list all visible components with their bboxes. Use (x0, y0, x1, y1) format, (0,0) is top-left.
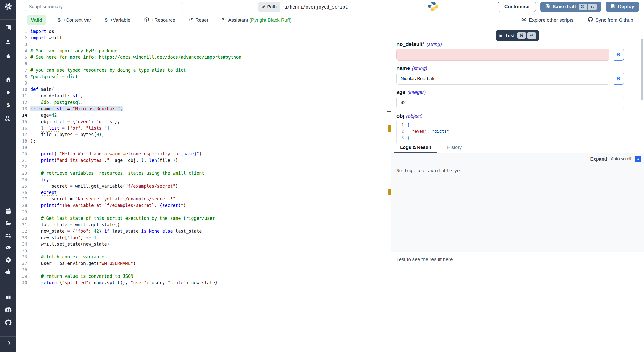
line-number: 18 (16, 138, 30, 144)
arrow-right-icon[interactable] (3, 339, 13, 347)
star-icon[interactable] (3, 53, 13, 60)
code-line[interactable] (30, 209, 387, 215)
code-line[interactable]: print("and its acolytes..", age, obj, l,… (30, 157, 387, 164)
code-line[interactable]: # Get last state of this script executio… (30, 215, 387, 222)
discord-icon[interactable] (3, 306, 13, 314)
code-line[interactable]: print(f"Hello World and a warm welcome e… (30, 151, 387, 157)
insert-variable-button[interactable]: $ (613, 73, 624, 85)
splitter-drag-handle[interactable] (387, 111, 391, 112)
kbd-badge: ⌘ (579, 4, 587, 10)
json-line[interactable]: } (407, 135, 449, 141)
code-line[interactable] (30, 164, 387, 170)
top-bar: ✎ Path u/henri/overjoyed_script Customis… (16, 0, 644, 13)
panel-splitter[interactable] (387, 27, 391, 352)
code-lines[interactable]: import osimport wmill# You can import an… (30, 28, 387, 286)
code-line[interactable]: print(f"The variable at `f/examples/secr… (30, 202, 387, 209)
code-line[interactable]: age=42, (30, 112, 387, 119)
code-line[interactable] (30, 80, 387, 86)
panel-scrollbar[interactable] (641, 39, 643, 100)
eye-icon[interactable] (3, 244, 13, 252)
play-icon[interactable] (3, 89, 13, 96)
code-line[interactable]: # See here for more info: https://docs.w… (30, 54, 387, 61)
code-line[interactable] (30, 61, 387, 67)
github-icon[interactable] (3, 319, 13, 326)
home-icon[interactable] (3, 76, 13, 83)
result-pane: Test to see the result here (391, 252, 644, 352)
add-resource-button[interactable]: +Resource (137, 17, 182, 23)
code-line[interactable]: #postgresql = dict (30, 73, 387, 80)
code-line[interactable]: except: (30, 189, 387, 196)
code-line[interactable]: l: list = ["or", "lists!"], (30, 125, 387, 131)
line-number: 2 (16, 35, 30, 41)
folder-icon[interactable] (3, 220, 13, 227)
json-line[interactable]: "even": "dicts" (407, 128, 449, 135)
code-line[interactable]: return {"splitted": name.split(), "user"… (30, 280, 387, 286)
code-line[interactable]: ): (30, 138, 387, 144)
code-line[interactable]: file_: bytes = bytes(0), (30, 131, 387, 138)
gear-icon[interactable] (3, 256, 13, 264)
path-badge[interactable]: ✎ Path u/henri/overjoyed_script (258, 2, 352, 12)
calendar-icon[interactable] (3, 207, 13, 215)
add-variable-button[interactable]: $ +Variable (98, 17, 137, 23)
code-line[interactable]: ····name: str = "Nicolas·Bourbaki", (30, 106, 387, 112)
code-line[interactable]: # return value is converted to JSON (30, 273, 387, 280)
code-line[interactable]: #db: postgresql, (30, 99, 387, 106)
code-line[interactable]: # fetch context variables (30, 254, 387, 260)
code-line[interactable]: new_state["foo"] += 1 (30, 234, 387, 241)
json-object-editor[interactable]: 123{ "even": "dicts"} (396, 121, 624, 143)
robot-icon[interactable] (3, 268, 13, 276)
code-line[interactable]: # retrieve variables, resources, states … (30, 170, 387, 177)
cubes-icon[interactable] (3, 114, 13, 122)
code-line[interactable]: no_default: str, (30, 93, 387, 99)
sidebar-divider (0, 19, 16, 20)
windmill-logo-icon[interactable] (0, 1, 16, 12)
field-name-no_default: no_default (396, 41, 422, 47)
code-line[interactable] (30, 247, 387, 254)
code-line[interactable]: last_state = wmill.get_state() (30, 222, 387, 228)
code-line[interactable]: import wmill (30, 35, 387, 41)
code-line[interactable]: # you can use typed resources by doing a… (30, 67, 387, 73)
save-draft-button[interactable]: Save draft ⌘S (540, 2, 601, 12)
tab-history[interactable]: History (441, 145, 468, 153)
field-input-age[interactable]: 42 (396, 97, 624, 108)
code-line[interactable] (30, 41, 387, 48)
building-icon[interactable] (3, 24, 13, 31)
sync-from-github-button[interactable]: Sync from Github (588, 17, 633, 23)
explore-other-scripts-button[interactable]: Explore other scripts (521, 17, 573, 23)
code-line[interactable]: secret = "No secret yet at f/examples/se… (30, 196, 387, 202)
field-input-name[interactable]: Nicolas Bourbaki (396, 73, 609, 85)
assistant-button[interactable]: ↻ Assistant (Pyright Black Ruff) (215, 17, 298, 23)
team-icon[interactable] (3, 232, 13, 239)
code-line[interactable]: def main( (30, 86, 387, 93)
code-line[interactable]: # You can import any PyPi package. (30, 48, 387, 54)
line-number: 11 (16, 93, 30, 99)
reset-button[interactable]: ↺ Reset (182, 17, 215, 23)
code-line[interactable] (30, 267, 387, 273)
dollar-icon[interactable]: $ (3, 102, 13, 109)
code-line[interactable]: try: (30, 177, 387, 183)
code-line[interactable]: wmill.set_state(new_state) (30, 241, 387, 247)
add-context-var-button[interactable]: $ +Context Var (51, 17, 98, 23)
test-button[interactable]: ▶ Test ⌘↵ (496, 30, 539, 41)
json-line[interactable]: { (407, 122, 449, 128)
code-line[interactable]: secret = wmill.get_variable("f/examples/… (30, 183, 387, 189)
code-line[interactable]: user = os.environ.get("WM_USERNAME") (30, 260, 387, 267)
code-editor[interactable]: 1234567891011121314151617181920212223242… (16, 27, 387, 352)
tab-logs-result[interactable]: Logs & Result (394, 145, 437, 153)
field-input-no_default[interactable] (396, 49, 609, 61)
code-line[interactable]: obj: dict = {"even": "dicts"}, (30, 119, 387, 125)
line-number: 35 (16, 247, 30, 254)
line-number: 40 (16, 280, 30, 286)
autoscroll-label: Auto scroll (611, 156, 631, 162)
code-line[interactable]: import os (30, 28, 387, 35)
customise-button[interactable]: Customise (498, 2, 536, 12)
code-line[interactable]: new_state = {"foo": 42} if last_state is… (30, 228, 387, 234)
deploy-button[interactable]: Deploy (606, 2, 639, 12)
insert-variable-button[interactable]: $ (613, 49, 624, 61)
autoscroll-checkbox[interactable] (635, 156, 641, 162)
user-icon[interactable] (3, 38, 13, 46)
code-line[interactable] (30, 144, 387, 151)
expand-button[interactable]: Expand (590, 156, 607, 162)
script-summary-input[interactable] (25, 2, 183, 11)
book-icon[interactable] (3, 294, 13, 301)
